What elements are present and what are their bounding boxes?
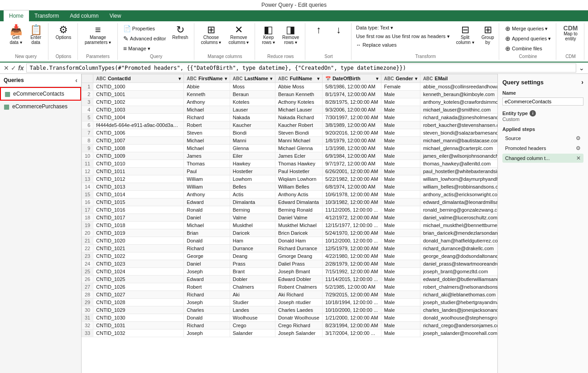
replace-values-button[interactable]: ↔ Replace values [354,41,452,48]
col-header-email[interactable]: ABC EMail ▾ [420,74,497,83]
table-row[interactable]: 15CNTID_1014AnthonyActisAnthony Actis10/… [82,191,498,199]
table-row[interactable]: 16CNTID_1015EdwardDimalantaEdward Dimala… [82,199,498,206]
table-row[interactable]: 21CNTID_1020DonaldHamDonald Ham10/12/200… [82,237,498,245]
table-row[interactable]: 31CNTID_1030DonaldWoolhouseDonatr Woolho… [82,314,498,322]
table-row[interactable]: 24CNTID_1023DanielPrassDaliel Prass2/28/… [82,260,498,268]
use-first-row-button[interactable]: Use first row as Use first row as header… [354,33,452,40]
col-header-lastname[interactable]: ABC LastName ▾ [230,74,275,83]
refresh-button[interactable]: ↻ Refresh [169,24,191,41]
col-header-gender[interactable]: ABC Gender ▾ [381,74,420,83]
tab-transform[interactable]: Transform [29,10,64,21]
step-changed-column[interactable]: Changed column t... ✕ [502,154,583,163]
table-row[interactable]: 28CNTID_1027RichardAkiAki Richard7/29/20… [82,291,498,299]
choose-columns-button[interactable]: ⊞ Choosecolumns ▾ [198,24,224,46]
table-row[interactable]: 1CNTID_1000AbbieMossAbbie Moss5/8/1986, … [82,83,498,91]
remove-columns-button[interactable]: ✕ Removecolumns ▾ [226,24,251,46]
data-grid-container[interactable]: ABC ContactId ▾ ABC FirstName ▾ [82,74,497,373]
group-by-button[interactable]: ⊞ Groupby [479,24,497,46]
table-row[interactable]: 26CNTID_1025EdwardDoblerEdward Dobler11/… [82,276,498,283]
append-queries-label: Append queries ▾ [512,36,551,42]
advanced-editor-button[interactable]: ✎ Advanced editor [121,34,168,43]
table-row[interactable]: 33CNTID_1032JosephSalanderJoseph Salande… [82,329,498,337]
formula-input[interactable] [26,63,576,73]
table-row[interactable]: 25CNTID_1024JosephBrantJoseph Bmant7/15/… [82,268,498,276]
data-type-button[interactable]: Data type: Text ▾ [354,24,452,32]
sidebar-item-ecommerce-contacts[interactable]: ▦ eCommerceContacts [0,87,81,101]
table-cell: CNTID_1011 [93,168,184,175]
sidebar-collapse-button[interactable]: ‹ [75,77,77,84]
tab-view[interactable]: View [104,10,127,21]
table-row[interactable]: 18CNTID_1017DanielValmeDaniel Valme4/12/… [82,214,498,222]
table-row[interactable]: 14CNTID_1013WilliamBellesWilliam Belles6… [82,183,498,191]
manage-parameters-button[interactable]: ≡ Manageparameters ▾ [82,24,114,46]
table-row[interactable]: 5CNTID_1004RichardNakadaNakada Richard7/… [82,114,498,121]
table-row[interactable]: 10CNTID_1009JamesEilerJames Ecler6/9/198… [82,152,498,160]
table-row[interactable]: 19CNTID_1018MichaelMuskthelMuskthel Mich… [82,222,498,229]
formula-fx-icon[interactable]: fx [18,64,24,72]
filter-firstname[interactable]: ▾ [225,76,227,81]
filter-gender[interactable]: ▾ [415,76,417,81]
table-row[interactable]: 7CNTID_1006StevenBiondiSteven Biondi9/20… [82,129,498,137]
tab-home[interactable]: Home [4,10,29,21]
col-header-firstname[interactable]: ABC FirstName ▾ [184,74,230,83]
table-row[interactable]: 22CNTID_1021RichardDurranceRichard Durra… [82,245,498,252]
append-queries-button[interactable]: ⊕ Append queries ▾ [503,34,553,43]
table-row[interactable]: 2CNTID_1001KennethBeraunBeraun Kenneth8/… [82,91,498,98]
combine-files-button[interactable]: ⊕ Combine files [503,44,553,53]
col-header-dateofbirth[interactable]: 📅 DateOfBirth ▾ [322,74,381,83]
options-button[interactable]: ⚙ Options [53,24,74,41]
filter-lastname[interactable]: ▾ [270,76,272,81]
table-row[interactable]: 11CNTID_1010ThomasHawkeyThomas Hawkey9/7… [82,160,498,168]
table-row[interactable]: 12CNTID_1011PaulHostetlerPaul Hostetler6… [82,168,498,175]
sort-asc-button[interactable]: ↑ [309,24,328,36]
step-source-gear[interactable]: ⚙ [576,135,581,141]
applied-steps-list: Source ⚙ Promoted headers ⚙ Changed colu… [502,134,583,163]
step-changed-column-delete[interactable]: ✕ [576,155,581,161]
enter-data-button[interactable]: 📋 Enterdata [27,24,45,46]
map-to-entity-button[interactable]: CDM Map toentity [561,24,581,42]
table-row[interactable]: 32CNTID_1031RichardCregoCrego Richard8/2… [82,322,498,329]
table-row[interactable]: 17CNTID_1016RonaldBerningBerning Ronald1… [82,206,498,214]
get-data-button[interactable]: 📥 Getdata ▾ [7,24,25,46]
step-promoted-headers-gear[interactable]: ⚙ [576,145,581,151]
step-source[interactable]: Source ⚙ [502,134,583,143]
manage-parameters-icon: ≡ [95,25,101,35]
tab-add-column[interactable]: Add column [64,10,104,21]
merge-queries-button[interactable]: ⊕ Merge queries ▾ [503,24,553,33]
col-header-contactid[interactable]: ABC ContactId ▾ [93,74,184,83]
query-buttons: 📄 Properties ✎ Advanced editor ≡ Manage … [121,24,191,53]
formula-expand-icon[interactable]: ⌄ [579,64,584,72]
table-row[interactable]: 8CNTID_1007MichaelManniManni Michael1/8/… [82,137,498,145]
col-header-fullname[interactable]: ABC FullName ▾ [275,74,322,83]
entity-type-info-icon[interactable]: i [530,110,536,116]
table-cell: CNTID_1002 [93,98,184,106]
table-row[interactable]: 6f4444de5-664e-e911-a9ac-000d3a2d57...Ro… [82,121,498,129]
sort-desc-button[interactable]: ↓ [329,24,347,36]
filter-contactid[interactable]: ▾ [178,76,181,81]
filter-fullname[interactable]: ▾ [317,76,319,81]
table-row[interactable]: 23CNTID_1022GeorgeDeangGmorge Deang4/22/… [82,252,498,260]
step-promoted-headers[interactable]: Promoted headers ⚙ [502,144,583,153]
table-row[interactable]: 9CNTID_1008MichaelGlennaMichael Glenna1/… [82,145,498,152]
query-settings-expand[interactable]: › [581,78,583,86]
table-cell: Male [381,106,420,114]
table-row[interactable]: 4CNTID_1003MichaelLauserMichael Lauser9/… [82,106,498,114]
table-cell: Studier [230,299,275,306]
manage-button[interactable]: ≡ Manage ▾ [121,44,168,53]
properties-button[interactable]: 📄 Properties [121,24,168,33]
formula-check-icon[interactable]: ✓ [11,64,16,72]
table-row[interactable]: 30CNTID_1029CharlesLandesCharles Laedes1… [82,306,498,314]
remove-rows-button[interactable]: ◨ Removerows ▾ [280,24,302,46]
table-cell: Edward Dobler [275,276,322,283]
sidebar-item-ecommerce-purchases[interactable]: ▦ eCommercePurchases [0,101,81,112]
table-row[interactable]: 13CNTID_1012WilliamLowhornWiqiiam Lowhor… [82,175,498,183]
filter-dateofbirth[interactable]: ▾ [376,76,378,81]
name-input[interactable] [502,97,583,106]
split-column-button[interactable]: ⊟ Splitcolumn ▾ [453,24,477,46]
table-row[interactable]: 20CNTID_1019BrianDaricekBricn Daricek5/2… [82,229,498,237]
table-row[interactable]: 29CNTID_1028JosephStudierJoseph ntudier1… [82,299,498,306]
table-row[interactable]: 27CNTID_1026RobertChalmersRobent Chalmer… [82,283,498,291]
keep-rows-button[interactable]: ◧ Keeprows ▾ [259,24,278,46]
formula-close-icon[interactable]: ✕ [4,64,9,72]
table-row[interactable]: 3CNTID_1002AnthonyKotelesActhony Koteles… [82,98,498,106]
